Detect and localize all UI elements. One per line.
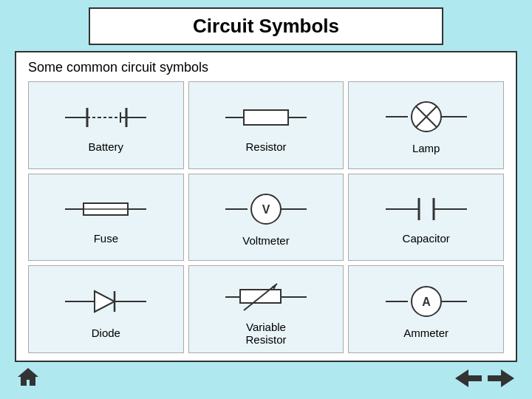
symbols-grid: Battery Resistor — [28, 81, 504, 353]
symbol-card-diode: Diode — [28, 265, 184, 353]
battery-label: Battery — [89, 140, 124, 153]
svg-marker-41 — [18, 368, 38, 386]
symbol-card-battery: Battery — [28, 81, 184, 169]
resistor-label: Resistor — [245, 140, 286, 153]
symbol-card-voltmeter: V Voltmeter — [188, 174, 344, 262]
variable-resistor-symbol — [222, 275, 310, 319]
resistor-symbol — [222, 99, 310, 136]
voltmeter-label: Voltmeter — [242, 234, 289, 247]
title-box: Circuit Symbols — [89, 7, 443, 45]
symbol-card-capacitor: Capacitor — [348, 174, 504, 262]
content-box: Some common circuit symbols — [15, 51, 517, 362]
forward-arrow[interactable] — [486, 368, 516, 389]
fuse-label: Fuse — [94, 232, 118, 245]
svg-marker-29 — [95, 291, 115, 312]
fuse-symbol — [61, 191, 150, 228]
ammeter-symbol: A — [382, 282, 471, 322]
lamp-label: Lamp — [412, 142, 440, 154]
svg-text:V: V — [262, 203, 270, 216]
bottom-bar — [15, 362, 517, 392]
symbol-card-lamp: Lamp — [348, 81, 504, 169]
nav-buttons[interactable] — [454, 368, 516, 389]
home-button[interactable] — [16, 365, 40, 392]
symbol-card-fuse: Fuse — [28, 174, 184, 262]
diode-symbol — [61, 282, 150, 322]
battery-symbol — [61, 99, 150, 136]
voltmeter-symbol: V — [222, 189, 310, 230]
subtitle: Some common circuit symbols — [28, 60, 504, 75]
symbol-card-resistor: Resistor — [188, 81, 344, 169]
diode-label: Diode — [92, 327, 120, 339]
ammeter-label: Ammeter — [403, 327, 449, 339]
capacitor-label: Capacitor — [403, 232, 450, 245]
svg-marker-42 — [455, 369, 482, 387]
capacitor-symbol — [382, 191, 471, 228]
back-arrow[interactable] — [454, 368, 483, 389]
svg-text:A: A — [422, 296, 431, 308]
svg-rect-9 — [244, 110, 288, 125]
svg-marker-43 — [488, 369, 514, 387]
variable-resistor-label: Variable Resistor — [245, 321, 286, 346]
page: Circuit Symbols Some common circuit symb… — [0, 0, 532, 399]
svg-marker-36 — [272, 284, 277, 290]
page-title: Circuit Symbols — [193, 15, 339, 37]
symbol-card-ammeter: A Ammeter — [348, 265, 504, 353]
symbol-card-variable-resistor: Variable Resistor — [188, 265, 344, 353]
lamp-symbol — [382, 97, 471, 137]
